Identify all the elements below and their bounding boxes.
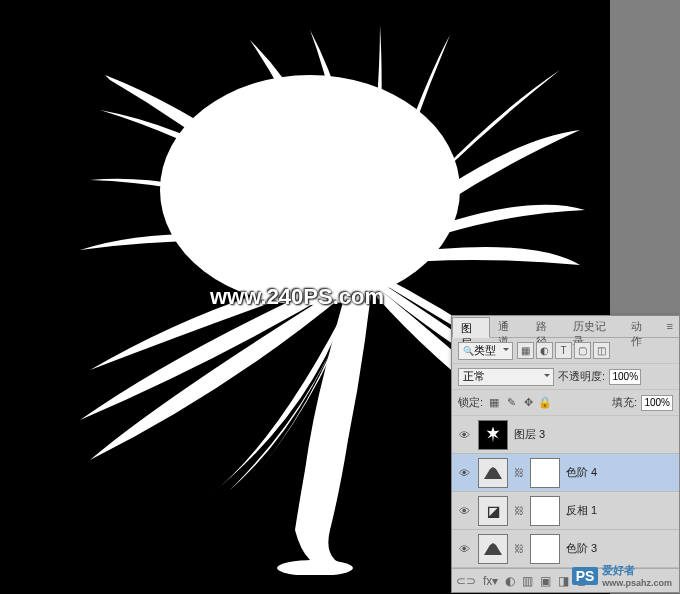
filter-kind-select[interactable]: 🔍 类型 (458, 342, 513, 360)
watermark-main: www.240PS.com (210, 284, 384, 310)
adjustment-thumbnail[interactable]: ◪ (478, 496, 508, 526)
svg-point-0 (277, 560, 353, 575)
layer-name[interactable]: 反相 1 (566, 503, 597, 518)
visibility-icon[interactable]: 👁 (456, 503, 472, 519)
lock-row: 锁定: ▦ ✎ ✥ 🔒 填充: (452, 390, 679, 416)
visibility-icon[interactable]: 👁 (456, 427, 472, 443)
filter-kind-label: 类型 (474, 343, 496, 358)
filter-shape-icon[interactable]: ▢ (574, 342, 591, 359)
filter-type-icon[interactable]: T (555, 342, 572, 359)
visibility-icon[interactable]: 👁 (456, 541, 472, 557)
tab-channels[interactable]: 通道 (490, 316, 527, 337)
layer-mask[interactable] (530, 458, 560, 488)
magnifier-icon: 🔍 (463, 346, 474, 356)
wm-url: www.psahz.com (602, 578, 672, 588)
svg-point-2 (332, 236, 388, 280)
add-mask-icon[interactable]: ◐ (505, 574, 515, 588)
lock-icons: ▦ ✎ ✥ 🔒 (487, 396, 552, 409)
layer-mask[interactable] (530, 496, 560, 526)
lock-transparent-icon[interactable]: ▦ (487, 396, 501, 409)
layers-list: 👁 图层 3 👁 ⛓ 色阶 4 👁 ◪ ⛓ 反相 1 👁 ⛓ (452, 416, 679, 568)
filter-smart-icon[interactable]: ◫ (593, 342, 610, 359)
adjustment-thumbnail[interactable] (478, 458, 508, 488)
fill-label: 填充: (612, 395, 637, 410)
layer-row[interactable]: 👁 图层 3 (452, 416, 679, 454)
opacity-input[interactable] (609, 369, 641, 385)
tab-paths[interactable]: 路径 (528, 316, 565, 337)
blend-row: 正常 不透明度: (452, 364, 679, 390)
lock-paint-icon[interactable]: ✎ (504, 396, 518, 409)
fill-input[interactable] (641, 395, 673, 411)
tab-actions[interactable]: 动作 (623, 316, 660, 337)
layer-name[interactable]: 色阶 4 (566, 465, 597, 480)
lock-move-icon[interactable]: ✥ (521, 396, 535, 409)
link-icon[interactable]: ⛓ (514, 543, 524, 554)
group-icon[interactable]: ▣ (540, 574, 551, 588)
adjustment-icon[interactable]: ▥ (522, 574, 533, 588)
layer-thumbnail[interactable] (478, 420, 508, 450)
lock-label: 锁定: (458, 395, 483, 410)
opacity-label: 不透明度: (558, 369, 605, 384)
filter-pixel-icon[interactable]: ▦ (517, 342, 534, 359)
svg-point-1 (160, 75, 460, 305)
layer-row[interactable]: 👁 ⛓ 色阶 4 (452, 454, 679, 492)
ps-badge: PS (572, 567, 599, 585)
lock-all-icon[interactable]: 🔒 (538, 396, 552, 409)
tab-history[interactable]: 历史记录 (565, 316, 623, 337)
link-layers-icon[interactable]: ⊂⊃ (456, 574, 476, 588)
link-icon[interactable]: ⛓ (514, 467, 524, 478)
wm-text: 爱好者 (602, 564, 635, 576)
fx-icon[interactable]: fx▾ (483, 574, 498, 588)
layer-mask[interactable] (530, 534, 560, 564)
watermark-side: PS 爱好者 www.psahz.com (572, 563, 672, 588)
filter-adjust-icon[interactable]: ◐ (536, 342, 553, 359)
link-icon[interactable]: ⛓ (514, 505, 524, 516)
layer-row[interactable]: 👁 ◪ ⛓ 反相 1 (452, 492, 679, 530)
filter-icons: ▦ ◐ T ▢ ◫ (517, 342, 610, 359)
layer-name[interactable]: 图层 3 (514, 427, 545, 442)
layer-name[interactable]: 色阶 3 (566, 541, 597, 556)
blend-mode-select[interactable]: 正常 (458, 368, 554, 386)
tab-layers[interactable]: 图层 (452, 317, 490, 338)
filter-row: 🔍 类型 ▦ ◐ T ▢ ◫ (452, 338, 679, 364)
adjustment-thumbnail[interactable] (478, 534, 508, 564)
layers-panel: 图层 通道 路径 历史记录 动作 ≡ 🔍 类型 ▦ ◐ T ▢ ◫ 正常 不透明… (451, 315, 680, 593)
panel-tabs: 图层 通道 路径 历史记录 动作 ≡ (452, 316, 679, 338)
visibility-icon[interactable]: 👁 (456, 465, 472, 481)
new-layer-icon[interactable]: ◨ (558, 574, 569, 588)
panel-menu-icon[interactable]: ≡ (661, 316, 679, 337)
